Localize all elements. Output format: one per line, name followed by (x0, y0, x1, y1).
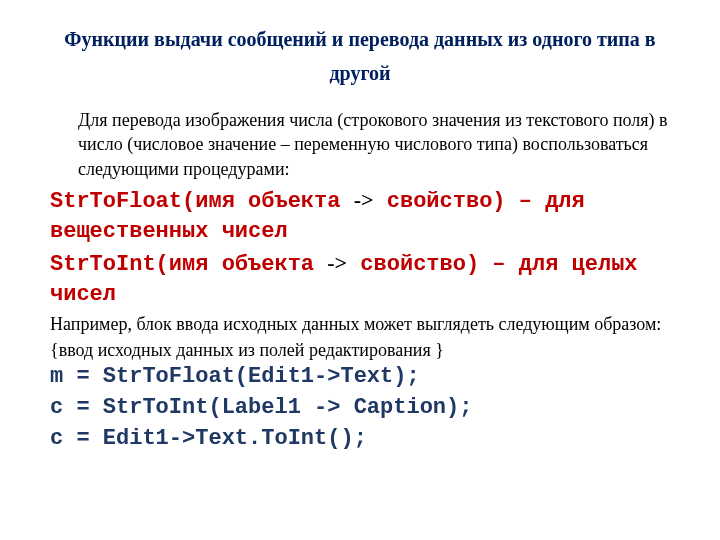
function-strtofloat: StrToFloat(имя объекта -> свойство) – дл… (50, 185, 670, 246)
arrow-icon: -> (327, 250, 347, 275)
example-lead: Например, блок ввода исходных данных мож… (50, 312, 670, 336)
code-comment: {ввод исходных данных из полей редактиро… (50, 338, 670, 362)
intro-paragraph: Для перевода изображения числа (строково… (78, 108, 670, 181)
func2-part-a: StrToInt(имя объекта (50, 252, 314, 277)
code-line-2: c = StrToInt(Label1 -> Caption); (50, 393, 670, 424)
code-line-3: c = Edit1->Text.ToInt(); (50, 424, 670, 455)
code-line-1: m = StrToFloat(Edit1->Text); (50, 362, 670, 393)
function-strtoint: StrToInt(имя объекта -> свойство) – для … (50, 248, 670, 309)
arrow-icon: -> (354, 187, 374, 212)
slide-title: Функции выдачи сообщений и перевода данн… (50, 22, 670, 90)
func1-part-a: StrToFloat(имя объекта (50, 189, 340, 214)
slide-content: Функции выдачи сообщений и перевода данн… (0, 0, 720, 475)
